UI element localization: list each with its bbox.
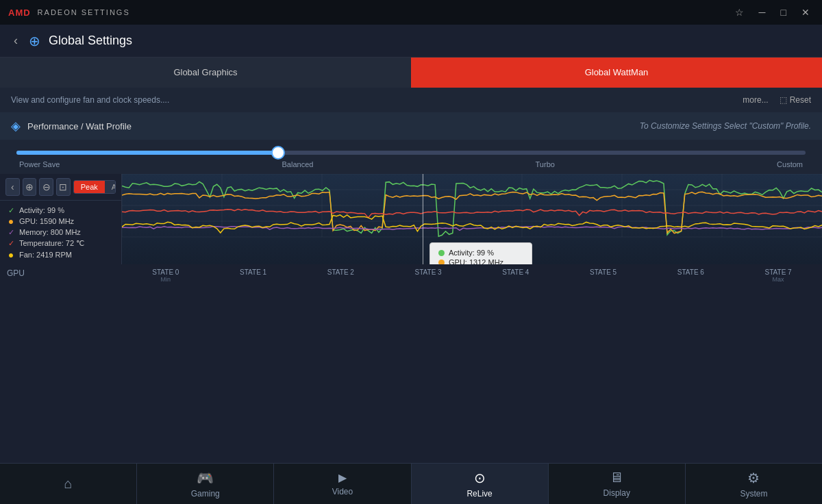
slider-fill	[16, 151, 277, 155]
close-button[interactable]: ✕	[797, 0, 814, 25]
left-panel: ‹ ⊕ ⊖ ⊡ Peak Avg ✓ Activity: 99 % ● GPU:…	[0, 174, 122, 264]
video-icon: ▶	[338, 471, 347, 484]
state-4: STATE 4	[502, 268, 529, 283]
state-labels: STATE 0 Min STATE 1 STATE 2 STATE 3 STAT…	[122, 268, 822, 283]
tab-global-graphics[interactable]: Global Graphics	[0, 58, 411, 88]
tooltip-gpu: GPU: 1312 MHz	[438, 258, 523, 264]
slider-labels: Power Save Balanced Turbo Custom	[16, 160, 806, 168]
chart-controls: ‹ ⊕ ⊖ ⊡ Peak Avg	[0, 174, 121, 201]
tooltip-activity-dot	[438, 250, 445, 256]
profile-hint: To Customize Settings Select "Custom" Pr…	[640, 121, 811, 131]
tab-bar: Global Graphics Global WattMan	[0, 58, 822, 88]
profile-label: Performance / Watt Profile	[27, 121, 132, 131]
slider-section: Power Save Balanced Turbo Custom	[0, 140, 822, 174]
state-6: STATE 6	[677, 268, 704, 283]
desc-text: View and configure fan and clock speeds.…	[11, 95, 169, 105]
slider-label-balanced: Balanced	[282, 160, 314, 168]
tooltip-activity: Activity: 99 %	[438, 249, 523, 257]
state-7: STATE 7 Max	[765, 268, 792, 283]
slider-label-custom: Custom	[777, 160, 803, 168]
profile-section: ◈ Performance / Watt Profile To Customiz…	[0, 112, 822, 140]
slider-label-turbo: Turbo	[536, 160, 555, 168]
legend-activity-icon: ✓	[7, 206, 15, 214]
chart-tooltip: Activity: 99 % GPU: 1312 MHz Memory: 800…	[429, 242, 532, 264]
relive-icon: ⊙	[474, 470, 486, 486]
legend-memory: ✓ Memory: 800 MHz	[7, 228, 114, 236]
state-1: STATE 1	[240, 268, 266, 283]
zoom-in-button[interactable]: ⊕	[23, 178, 37, 196]
nav-relive[interactable]: ⊙ ReLive	[412, 464, 549, 504]
reset-button[interactable]: ⬚ Reset	[780, 95, 811, 105]
chart-area: ‹ ⊕ ⊖ ⊡ Peak Avg ✓ Activity: 99 % ● GPU:…	[0, 174, 822, 264]
legend-fan-icon: ●	[7, 251, 15, 259]
gaming-icon: 🎮	[197, 470, 214, 486]
bottom-nav: ⌂ 🎮 Gaming ▶ Video ⊙ ReLive 🖥 Display ⚙ …	[0, 463, 822, 504]
star-button[interactable]: ☆	[731, 0, 748, 25]
app-title: RADEON SETTINGS	[38, 8, 724, 16]
state-2: STATE 2	[327, 268, 354, 283]
legend-temperature: ✓ Temperature: 72 ℃	[7, 239, 114, 248]
maximize-button[interactable]: □	[777, 0, 790, 25]
minimize-button[interactable]: ─	[755, 0, 770, 25]
state-3: STATE 3	[415, 268, 442, 283]
screenshot-button[interactable]: ⊡	[56, 178, 71, 196]
nav-video[interactable]: ▶ Video	[274, 464, 411, 504]
back-button[interactable]: ‹	[11, 31, 21, 51]
legend-gpu-icon: ●	[7, 217, 15, 225]
page-title: Global Settings	[49, 34, 132, 48]
legend-temp-icon: ✓	[7, 240, 15, 248]
state-5: STATE 5	[590, 268, 616, 283]
system-icon: ⚙	[747, 470, 760, 486]
legend-memory-icon: ✓	[7, 228, 15, 236]
peak-avg-toggle: Peak Avg	[73, 180, 116, 194]
chart-back-button[interactable]: ‹	[5, 178, 20, 196]
home-icon: ⌂	[64, 476, 73, 492]
tooltip-gpu-dot	[438, 260, 445, 265]
nav-gaming[interactable]: 🎮 Gaming	[137, 464, 274, 504]
legend-fan: ● Fan: 2419 RPM	[7, 251, 114, 259]
titlebar: AMD RADEON SETTINGS ☆ ─ □ ✕	[0, 0, 822, 25]
state-0: STATE 0 Min	[152, 268, 179, 283]
nav-system[interactable]: ⚙ System	[686, 464, 822, 504]
chart-canvas[interactable]: Activity: 99 % GPU: 1312 MHz Memory: 800…	[122, 174, 822, 264]
slider-track	[16, 151, 806, 155]
slider-thumb[interactable]	[271, 146, 285, 160]
peak-button[interactable]: Peak	[74, 181, 105, 193]
nav-display[interactable]: 🖥 Display	[549, 464, 686, 504]
chart-section: ‹ ⊕ ⊖ ⊡ Peak Avg ✓ Activity: 99 % ● GPU:…	[0, 174, 822, 292]
header: ‹ ⊕ Global Settings	[0, 25, 822, 58]
legend-activity: ✓ Activity: 99 %	[7, 206, 114, 214]
tab-global-wattman[interactable]: Global WattMan	[411, 58, 822, 88]
reset-icon: ⬚	[780, 95, 787, 105]
globe-icon: ⊕	[29, 33, 40, 49]
display-icon: 🖥	[610, 470, 623, 486]
profile-icon: ◈	[11, 118, 21, 134]
slider-label-powersave: Power Save	[19, 160, 60, 168]
legend-gpu: ● GPU: 1590 MHz	[7, 217, 114, 225]
legend: ✓ Activity: 99 % ● GPU: 1590 MHz ✓ Memor…	[0, 201, 121, 264]
avg-button[interactable]: Avg	[105, 181, 116, 193]
zoom-out-button[interactable]: ⊖	[39, 178, 53, 196]
more-button[interactable]: more...	[743, 95, 768, 105]
nav-home[interactable]: ⌂	[0, 464, 137, 504]
description-bar: View and configure fan and clock speeds.…	[0, 88, 822, 112]
state-bar: GPU STATE 0 Min STATE 1 STATE 2 STATE 3 …	[0, 264, 822, 292]
state-bar-gpu-label: GPU	[0, 268, 122, 278]
amd-logo: AMD	[8, 8, 31, 18]
